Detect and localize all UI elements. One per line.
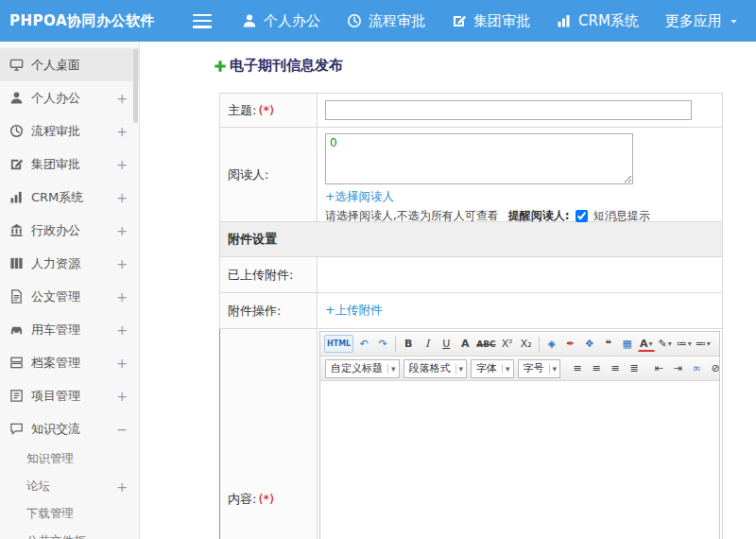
sidebar-item-public-file-cabinet[interactable]: 公共文件柜 [0,528,139,539]
font-family-select[interactable]: 字体▾ [471,359,514,378]
caret-down-icon: ▾ [549,364,560,374]
edit-icon [452,13,467,28]
sidebar-item-crm[interactable]: CRM系统 + [0,181,139,214]
font-size-select[interactable]: 字号▾ [518,359,561,378]
nav-item-personal-office[interactable]: 个人办公 [242,12,320,30]
caret-down-icon: ▾ [688,339,692,348]
nav-item-label: 集团审批 [473,12,530,30]
attachment-ops-row: 附件操作: +上传附件 [220,293,722,329]
expand-icon[interactable]: + [116,322,128,338]
link-button[interactable]: ∞ [688,359,705,377]
rich-text-editor: HTML↶↷BIUAABCX²X₂◈✒❖❝▦A▾✎▾≔▾≕▾ 自定义标题▾段落格… [319,331,720,539]
publish-form: 主题: (*) 阅读人: 0 +选择阅读人 请选择阅读人,不选为所有人可查看 提… [219,93,723,539]
sidebar-item-archive-mgmt[interactable]: 档案管理 + [0,346,139,379]
strikethrough-button[interactable]: ABC [475,335,496,353]
remove-format-button[interactable]: ◈ [543,335,560,353]
blockquote-button[interactable]: ❝ [600,335,617,353]
editor-toolbar-row1: HTML↶↷BIUAABCX²X₂◈✒❖❝▦A▾✎▾≔▾≕▾ [320,332,719,356]
unordered-list-button[interactable]: ≔▾ [676,335,693,353]
align-left-button[interactable]: ≡ [569,359,586,377]
sidebar-scrollbar-thumb[interactable] [133,49,138,123]
edit-icon [9,157,24,171]
chat-icon [9,422,24,436]
upload-attachment-link[interactable]: +上传附件 [325,303,382,319]
sms-notify-label: 短消息提示 [593,208,650,224]
html-source-button[interactable]: HTML [324,335,353,353]
page-title: 电子期刊信息发布 [214,57,756,75]
readers-textarea[interactable]: 0 [325,133,633,184]
highlight-button[interactable]: ✎▾ [657,335,674,353]
superscript-button[interactable]: X² [499,335,516,353]
outdent-button[interactable]: ⇤ [650,359,667,377]
attachment-ops-label: 附件操作: [220,293,318,328]
expand-icon[interactable]: + [116,289,128,304]
sidebar-item-vehicle-mgmt[interactable]: 用车管理 + [0,313,139,346]
desktop-icon [9,58,24,72]
underline-button[interactable]: U [438,335,455,353]
italic-button[interactable]: I [419,335,436,353]
caret-down-icon: ▾ [455,364,467,374]
content-row: 内容: (*) HTML↶↷BIUAABCX²X₂◈✒❖❝▦A▾✎▾≔▾≕▾ 自… [220,329,722,539]
add-icon [214,60,227,73]
document-icon [9,289,24,304]
ordered-list-button[interactable]: ≕▾ [695,335,712,353]
nav-item-label: 个人办公 [264,12,320,30]
uploaded-attachments-row: 已上传附件: [220,257,722,293]
expand-icon[interactable]: + [116,356,128,371]
subscript-button[interactable]: X₂ [518,335,535,353]
unlink-button[interactable]: ⊘ [707,359,719,377]
subject-input[interactable] [325,100,692,120]
table-button[interactable]: ▦ [619,335,636,353]
font-button[interactable]: A [456,335,473,353]
readers-row: 阅读人: 0 +选择阅读人 请选择阅读人,不选为所有人可查看 提醒阅读人: 短消… [220,128,722,222]
sidebar-item-document-mgmt[interactable]: 公文管理 + [0,280,139,313]
select-readers-link[interactable]: +选择阅读人 [325,189,394,203]
font-color-button[interactable]: A▾ [638,336,655,352]
redo-button[interactable]: ↷ [374,335,391,353]
expand-icon[interactable]: + [116,190,128,205]
align-right-button[interactable]: ≡ [607,359,624,377]
expand-icon[interactable]: + [116,389,128,404]
sidebar-item-workflow-approval[interactable]: 流程审批 + [0,114,139,148]
expand-icon[interactable]: + [116,157,128,172]
sidebar-item-knowledge-exchange[interactable]: 知识交流 − [0,412,139,445]
bar-chart-icon [557,13,572,28]
sidebar-item-admin-office[interactable]: 行政办公 + [0,214,139,247]
sidebar: 个人桌面 个人办公 + 流程审批 + 集团审批 + CRM系统 + 行政办公 +… [0,42,140,539]
bold-button[interactable]: B [400,335,417,353]
align-justify-button[interactable]: ≣ [626,359,643,377]
toolbar-separator [539,337,540,352]
sidebar-item-project-mgmt[interactable]: 项目管理 + [0,379,139,412]
fill-color-button[interactable]: ❖ [581,335,598,353]
nav-item-group-approval[interactable]: 集团审批 [452,12,530,30]
undo-button[interactable]: ↶ [355,335,372,353]
bar-chart-icon [9,190,24,204]
sidebar-item-forum[interactable]: 论坛 + [0,473,139,500]
sidebar-item-personal-office[interactable]: 个人办公 + [0,81,139,114]
nav-item-workflow-approval[interactable]: 流程审批 [347,12,425,30]
required-mark: (*) [258,492,274,506]
editor-body[interactable] [320,381,719,539]
sidebar-item-hr[interactable]: 人力资源 + [0,247,139,280]
paragraph-select[interactable]: 段落格式▾ [404,359,468,378]
sms-notify-checkbox[interactable] [576,210,588,222]
format-painter-button[interactable]: ✒ [562,335,579,353]
menu-toggle-button[interactable] [193,14,212,28]
expand-icon[interactable]: + [116,124,128,139]
expand-icon[interactable]: + [116,223,128,238]
indent-button[interactable]: ⇥ [669,359,686,377]
sidebar-item-knowledge-mgmt[interactable]: 知识管理 [0,445,139,473]
align-center-button[interactable]: ≡ [588,359,605,377]
caret-down-icon: ▾ [707,339,711,348]
expand-icon[interactable]: + [116,256,128,271]
sidebar-item-desktop[interactable]: 个人桌面 [0,48,139,81]
sidebar-item-download-mgmt[interactable]: 下载管理 [0,500,139,528]
nav-item-crm[interactable]: CRM系统 [557,12,639,30]
nav-item-more-apps[interactable]: 更多应用 [665,12,739,30]
expand-icon[interactable]: + [116,479,128,495]
person-icon [242,13,257,28]
expand-icon[interactable]: + [116,91,128,106]
collapse-icon[interactable]: − [116,422,128,437]
sidebar-item-group-approval[interactable]: 集团审批 + [0,148,139,181]
heading-select[interactable]: 自定义标题▾ [325,359,400,378]
